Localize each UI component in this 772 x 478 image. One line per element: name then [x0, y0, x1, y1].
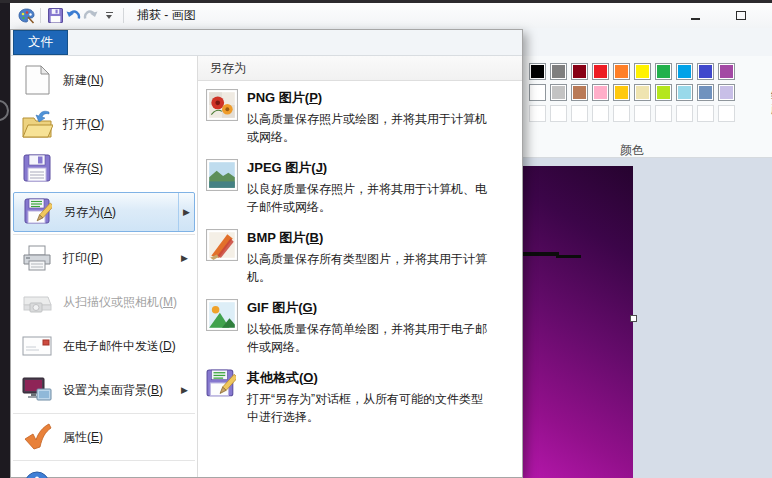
menu-separator [13, 460, 195, 461]
new-document-icon [21, 64, 53, 96]
canvas-resize-handle[interactable] [630, 315, 637, 322]
color-swatch[interactable] [592, 63, 609, 80]
empty-color-swatch[interactable] [697, 105, 714, 122]
redo-icon[interactable] [82, 7, 100, 25]
color-swatch[interactable] [718, 84, 735, 101]
minimize-button[interactable] [680, 6, 710, 26]
empty-color-swatch[interactable] [655, 105, 672, 122]
color-swatch[interactable] [634, 63, 651, 80]
save-icon[interactable] [46, 7, 64, 25]
empty-color-swatch[interactable] [613, 105, 630, 122]
submenu-item-description: 以高质量保存所有类型图片，并将其用于计算机。 [247, 250, 493, 286]
menu-item-new[interactable]: 新建(N) [11, 58, 197, 102]
qat-customize-dropdown-icon[interactable] [100, 7, 118, 25]
color-swatch[interactable] [571, 63, 588, 80]
maximize-icon [736, 11, 746, 20]
empty-color-swatch[interactable] [592, 105, 609, 122]
empty-color-swatch[interactable] [676, 105, 693, 122]
menu-item-label: 从扫描仪或照相机(M) [63, 294, 177, 311]
menu-item-label: 在电子邮件中发送(D) [63, 338, 176, 355]
email-envelope-icon [21, 330, 53, 362]
title-bar: 捕获 - 画图 [10, 3, 772, 28]
submenu-item-title: 其他格式(O) [247, 369, 493, 387]
bmp-image-icon [206, 229, 238, 261]
file-menu-column: 新建(N) 打开(O) 保存(S) 另存为(A) ▶ [11, 56, 197, 477]
menu-item-save-as[interactable]: 另存为(A) ▶ [13, 192, 195, 232]
canvas-image[interactable] [522, 166, 633, 478]
png-image-icon [206, 89, 238, 121]
color-swatch[interactable] [613, 63, 630, 80]
screen-left-edge [0, 3, 10, 478]
maximize-button[interactable] [726, 6, 756, 26]
qat-separator [123, 8, 124, 23]
empty-color-swatch[interactable] [550, 105, 567, 122]
color-swatch[interactable] [550, 84, 567, 101]
info-circle-icon [21, 468, 53, 478]
color-swatch[interactable] [697, 84, 714, 101]
save-as-floppy-pencil-icon [22, 196, 54, 228]
drawn-black-line [522, 252, 559, 256]
color-swatch[interactable] [529, 63, 546, 80]
drawn-black-line [556, 255, 581, 258]
undo-icon[interactable] [64, 7, 82, 25]
empty-color-swatch[interactable] [529, 105, 546, 122]
color-swatch[interactable] [529, 84, 546, 101]
scanner-camera-icon [21, 286, 53, 318]
color-swatch[interactable] [697, 63, 714, 80]
open-folder-icon [21, 108, 53, 140]
submenu-item-title: PNG 图片(P) [247, 89, 493, 107]
menu-item-print[interactable]: 打印(P) ▶ [11, 236, 197, 280]
color-swatch[interactable] [676, 63, 693, 80]
menu-item-from-scanner: 从扫描仪或照相机(M) [11, 280, 197, 324]
submenu-header: 另存为 [198, 56, 522, 81]
menu-item-label: 另存为(A) [64, 204, 116, 221]
menu-item-about-paint[interactable]: 关于画图(T) [11, 462, 197, 478]
submenu-arrow-icon[interactable]: ▶ [178, 193, 194, 231]
color-swatch[interactable] [550, 63, 567, 80]
color-swatch[interactable] [655, 63, 672, 80]
color-swatch[interactable] [718, 63, 735, 80]
color-palette [529, 63, 735, 126]
menu-item-label: 打印(P) [63, 250, 103, 267]
color-swatch[interactable] [634, 84, 651, 101]
file-menu-flyout: 新建(N) 打开(O) 保存(S) 另存为(A) ▶ [10, 29, 523, 478]
menu-item-label: 设置为桌面背景(B) [63, 382, 163, 399]
empty-color-swatch[interactable] [718, 105, 735, 122]
menu-item-properties[interactable]: 属性(E) [11, 415, 197, 459]
submenu-item-description: 以高质量保存照片或绘图，并将其用于计算机或网络。 [247, 110, 493, 146]
colors-group: 颜色 编辑 颜色 [523, 56, 772, 157]
submenu-item-other-formats[interactable]: 其他格式(O) 打开“另存为”对话框，从所有可能的文件类型中进行选择。 [198, 361, 522, 431]
submenu-item-description: 以良好质量保存照片，并将其用于计算机、电子邮件或网络。 [247, 180, 493, 216]
menu-item-label: 保存(S) [63, 160, 103, 177]
submenu-item-gif[interactable]: GIF 图片(G) 以较低质量保存简单绘图，并将其用于电子邮件或网络。 [198, 291, 522, 361]
menu-item-set-desktop-background[interactable]: 设置为桌面背景(B) ▶ [11, 368, 197, 412]
printer-icon [21, 242, 53, 274]
submenu-item-title: GIF 图片(G) [247, 299, 493, 317]
menu-item-label: 打开(O) [63, 116, 104, 133]
submenu-item-description: 以较低质量保存简单绘图，并将其用于电子邮件或网络。 [247, 320, 493, 356]
submenu-item-bmp[interactable]: BMP 图片(B) 以高质量保存所有类型图片，并将其用于计算机。 [198, 221, 522, 291]
menu-item-label: 属性(E) [63, 429, 103, 446]
menu-item-open[interactable]: 打开(O) [11, 102, 197, 146]
palette-row-1 [529, 63, 735, 80]
screen-top-edge [0, 0, 772, 3]
color-swatch[interactable] [571, 84, 588, 101]
submenu-item-png[interactable]: PNG 图片(P) 以高质量保存照片或绘图，并将其用于计算机或网络。 [198, 81, 522, 151]
color-swatch[interactable] [613, 84, 630, 101]
submenu-item-jpeg[interactable]: JPEG 图片(J) 以良好质量保存照片，并将其用于计算机、电子邮件或网络。 [198, 151, 522, 221]
minimize-icon [691, 18, 700, 20]
background-window-fragment [0, 100, 9, 121]
empty-color-swatch[interactable] [571, 105, 588, 122]
color-swatch[interactable] [676, 84, 693, 101]
menu-item-save[interactable]: 保存(S) [11, 146, 197, 190]
empty-color-swatch[interactable] [634, 105, 651, 122]
paint-app-icon [17, 7, 35, 25]
tab-file[interactable]: 文件 [13, 30, 68, 55]
color-swatch[interactable] [655, 84, 672, 101]
menu-item-send-email[interactable]: 在电子邮件中发送(D) [11, 324, 197, 368]
menu-item-label: 新建(N) [63, 72, 104, 89]
save-as-submenu: 另存为 PNG 图片(P) 以高质量保存照片或绘图，并将其用于计算机或网络。 J… [197, 56, 522, 477]
window-title: 捕获 - 画图 [137, 7, 196, 24]
edit-colors-button[interactable]: 编辑 颜色 [761, 63, 772, 116]
color-swatch[interactable] [592, 84, 609, 101]
